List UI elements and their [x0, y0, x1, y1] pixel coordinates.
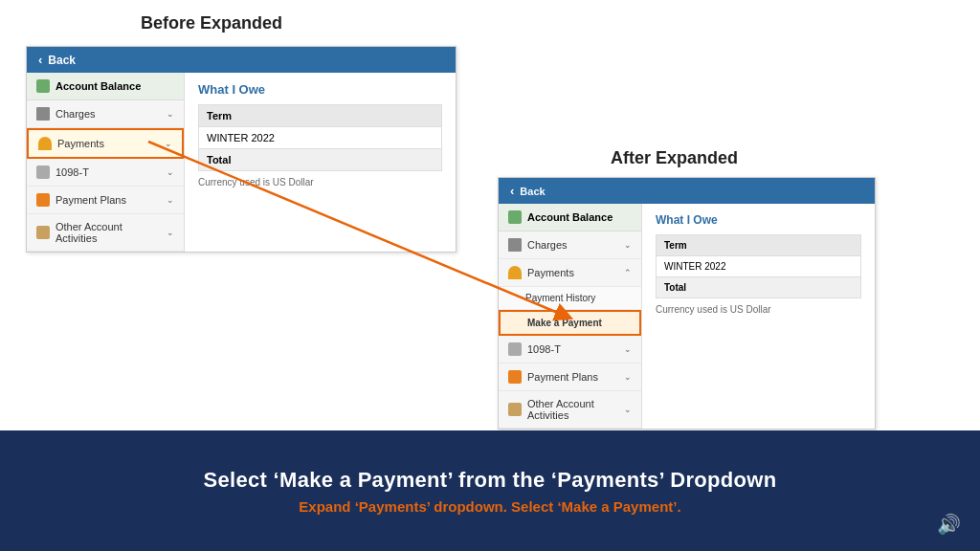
chevron-down-icon-plans-after: ⌄ [624, 372, 632, 382]
term-header: Term [199, 105, 442, 127]
other-icon-after [508, 403, 522, 416]
chevron-down-icon: ⌄ [167, 109, 174, 119]
payments-label: Payments [57, 138, 159, 149]
1098-icon [36, 165, 50, 179]
what-i-owe-before: What I Owe [198, 82, 442, 97]
other-label-after: Other Account Activities [527, 398, 618, 421]
sidebar-item-other-before[interactable]: Other Account Activities ⌄ [27, 214, 184, 252]
back-label-after: Back [520, 186, 545, 197]
what-i-owe-table-before: Term WINTER 2022 Total [198, 104, 442, 171]
payment-history-item[interactable]: Payment History [499, 287, 641, 310]
sidebar-item-account-balance-after[interactable]: Account Balance [499, 204, 641, 231]
chevron-down-icon-plans: ⌄ [167, 195, 174, 205]
balance-icon-after [508, 210, 522, 224]
1098-icon-after [508, 342, 522, 356]
make-a-payment-item[interactable]: Make a Payment [499, 310, 641, 336]
1098-label: 1098-T [56, 166, 161, 178]
other-label: Other Account Activities [56, 221, 161, 244]
sidebar-item-plans-before[interactable]: Payment Plans ⌄ [27, 187, 184, 214]
payments-icon-after [508, 266, 522, 279]
charges-icon [36, 107, 50, 121]
balance-icon [36, 79, 50, 93]
term-value: WINTER 2022 [199, 127, 442, 149]
after-panel: ‹ Back Account Balance Charges ⌄ [498, 177, 876, 430]
sidebar-item-other-after[interactable]: Other Account Activities ⌄ [499, 391, 641, 429]
plans-label: Payment Plans [56, 194, 161, 206]
sidebar-item-account-balance-before[interactable]: Account Balance [27, 73, 184, 100]
chevron-down-icon-1098: ⌄ [167, 167, 174, 177]
currency-note-after: Currency used is US Dollar [656, 304, 861, 315]
total-label: Total [199, 149, 442, 171]
back-arrow-icon: ‹ [38, 53, 42, 67]
1098-label-after: 1098-T [527, 343, 618, 355]
bottom-title: Select ‘Make a Payment’ from the ‘Paymen… [204, 468, 777, 493]
chevron-down-icon-other-after: ⌄ [624, 405, 632, 414]
before-panel: ‹ Back Account Balance Charges ⌄ [26, 46, 457, 253]
what-i-owe-table-after: Term WINTER 2022 Total [656, 234, 861, 298]
sidebar-item-payments-after[interactable]: Payments ⌃ [499, 259, 641, 287]
back-label-before: Back [48, 54, 76, 67]
payments-icon [38, 137, 52, 150]
term-value-after: WINTER 2022 [657, 256, 861, 277]
charges-icon-after [508, 238, 522, 252]
main-content-after: What I Owe Term WINTER 2022 Total Curren… [642, 204, 875, 429]
before-heading: Before Expanded [141, 13, 282, 33]
plans-icon [36, 193, 50, 207]
account-balance-label: Account Balance [56, 80, 141, 92]
total-label-after: Total [657, 277, 861, 298]
panel-body-after: Account Balance Charges ⌄ Payments ⌃ Pay… [499, 204, 875, 429]
plans-icon-after [508, 370, 522, 384]
sidebar-item-charges-after[interactable]: Charges ⌄ [499, 231, 641, 259]
sidebar-item-1098-before[interactable]: 1098-T ⌄ [27, 159, 184, 187]
back-arrow-icon-after: ‹ [510, 184, 514, 198]
top-area: Before Expanded After Expanded ‹ Back Ac… [0, 0, 980, 430]
chevron-down-icon-charges-after: ⌄ [624, 240, 632, 250]
charges-label: Charges [56, 108, 161, 120]
plans-label-after: Payment Plans [527, 371, 618, 383]
speaker-icon[interactable]: 🔊 [937, 513, 961, 536]
main-content-before: What I Owe Term WINTER 2022 Total Curren… [185, 73, 456, 252]
chevron-down-icon-payments: ⌄ [165, 139, 172, 148]
chevron-down-icon-other: ⌄ [167, 228, 174, 237]
other-icon [36, 226, 50, 239]
chevron-up-icon-payments-after: ⌃ [624, 268, 632, 277]
back-bar-before[interactable]: ‹ Back [27, 47, 456, 73]
payments-label-after: Payments [527, 267, 618, 278]
what-i-owe-after: What I Owe [656, 213, 861, 227]
chevron-down-icon-1098-after: ⌄ [624, 344, 632, 354]
currency-note-before: Currency used is US Dollar [198, 177, 442, 187]
back-bar-after[interactable]: ‹ Back [499, 178, 875, 204]
charges-label-after: Charges [527, 239, 618, 251]
account-balance-label-after: Account Balance [527, 211, 612, 223]
sidebar-item-payments-before[interactable]: Payments ⌄ [27, 128, 184, 159]
sidebar-item-1098-after[interactable]: 1098-T ⌄ [499, 336, 641, 364]
sidebar-before: Account Balance Charges ⌄ Payments ⌄ [27, 73, 185, 252]
after-heading: After Expanded [611, 148, 738, 168]
bottom-bar: Select ‘Make a Payment’ from the ‘Paymen… [0, 430, 980, 551]
panel-body-before: Account Balance Charges ⌄ Payments ⌄ [27, 73, 456, 252]
sidebar-item-charges-before[interactable]: Charges ⌄ [27, 100, 184, 128]
sidebar-item-plans-after[interactable]: Payment Plans ⌄ [499, 364, 641, 391]
bottom-subtitle: Expand ‘Payments’ dropdown. Select ‘Make… [299, 498, 680, 515]
sidebar-after: Account Balance Charges ⌄ Payments ⌃ Pay… [499, 204, 642, 429]
term-header-after: Term [657, 235, 861, 256]
